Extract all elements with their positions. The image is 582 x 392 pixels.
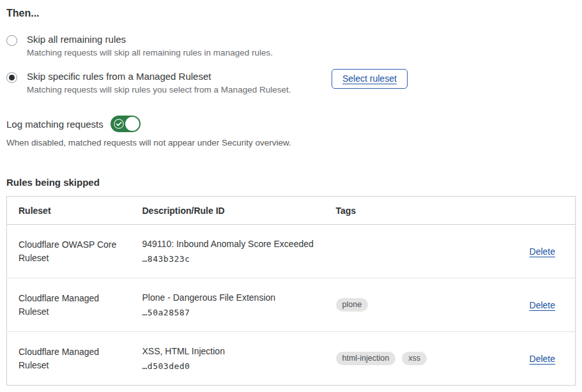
rule-actions-cell: Delete	[493, 332, 576, 386]
table-header-row: Ruleset Description/Rule ID Tags	[7, 197, 576, 225]
rule-id: …50a28587	[142, 308, 336, 317]
option-desc-skip-all: Matching requests will skip all remainin…	[27, 48, 273, 57]
toggle-knob	[125, 117, 139, 131]
ruleset-name: Cloudflare Managed Ruleset	[7, 278, 142, 332]
rules-being-skipped-heading: Rules being skipped	[6, 177, 575, 188]
check-icon	[114, 119, 124, 129]
then-heading: Then...	[6, 8, 575, 19]
radio-skip-specific-rules[interactable]	[6, 72, 17, 83]
log-matching-toggle[interactable]	[111, 116, 141, 132]
option-skip-specific-rules: Skip specific rules from a Managed Rules…	[6, 71, 575, 94]
delete-rule-link[interactable]: Delete	[530, 354, 555, 364]
rule-tags-cell	[336, 225, 493, 278]
rule-tags-cell: plone	[336, 278, 493, 332]
option-label-skip-specific[interactable]: Skip specific rules from a Managed Rules…	[27, 71, 291, 82]
column-header-actions	[493, 197, 576, 225]
rule-description-cell: 949110: Inbound Anomaly Score Exceeded ……	[142, 225, 336, 278]
action-options: Skip all remaining rules Matching reques…	[6, 34, 575, 94]
table-row: Cloudflare Managed Ruleset XSS, HTML Inj…	[7, 332, 576, 386]
rule-id: …843b323c	[142, 254, 336, 264]
table-row: Cloudflare OWASP Core Ruleset 949110: In…	[7, 225, 576, 278]
delete-rule-link[interactable]: Delete	[530, 300, 555, 310]
rule-description-cell: XSS, HTML Injection …d503ded0	[142, 332, 336, 386]
log-matching-label: Log matching requests	[6, 119, 103, 130]
tag-pill: html-injection	[336, 352, 396, 365]
rule-actions-cell: Delete	[493, 278, 576, 332]
rule-description: 949110: Inbound Anomaly Score Exceeded	[142, 239, 336, 249]
rule-description: XSS, HTML Injection	[142, 346, 336, 356]
column-header-ruleset: Ruleset	[7, 197, 142, 225]
table-row: Cloudflare Managed Ruleset Plone - Dange…	[7, 278, 576, 332]
option-desc-skip-specific: Matching requests will skip rules you se…	[27, 85, 291, 94]
log-matching-description: When disabled, matched requests will not…	[6, 138, 575, 147]
delete-rule-link[interactable]: Delete	[530, 246, 555, 257]
ruleset-name: Cloudflare OWASP Core Ruleset	[7, 225, 142, 278]
column-header-tags: Tags	[336, 197, 493, 225]
rules-being-skipped-table: Ruleset Description/Rule ID Tags Cloudfl…	[6, 196, 576, 386]
rule-tags-cell: html-injectionxss	[336, 332, 493, 386]
rule-description: Plone - Dangerous File Extension	[142, 292, 336, 303]
column-header-description-rule-id: Description/Rule ID	[142, 197, 336, 225]
tag-pill: plone	[336, 298, 369, 312]
option-label-skip-all[interactable]: Skip all remaining rules	[27, 34, 273, 45]
radio-skip-all-remaining[interactable]	[6, 35, 17, 46]
ruleset-name: Cloudflare Managed Ruleset	[7, 332, 142, 386]
rule-id: …d503ded0	[142, 361, 336, 371]
tag-pill: xss	[402, 352, 427, 365]
rule-actions-cell: Delete	[493, 225, 576, 278]
select-ruleset-button[interactable]: Select ruleset	[332, 69, 408, 89]
rule-description-cell: Plone - Dangerous File Extension …50a285…	[142, 278, 336, 332]
option-skip-all-remaining: Skip all remaining rules Matching reques…	[6, 34, 575, 57]
log-matching-section: Log matching requests When disabled, mat…	[6, 116, 575, 147]
